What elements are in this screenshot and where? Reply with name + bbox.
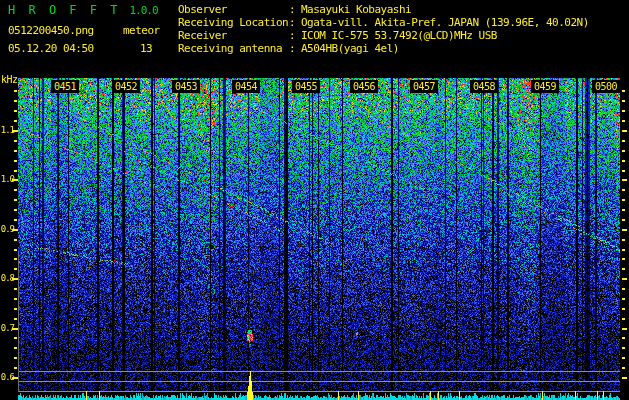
app-title: H R O F F T [8,3,120,17]
app-title-row: H R O F F T1.0.0 [8,3,158,17]
station-label: Receiving Location [178,16,289,29]
station-separator: : [289,42,301,55]
hrofft-screen: H R O F F T1.0.0 0512200450.png meteor 0… [0,0,629,400]
spectrogram-canvas [0,0,629,400]
observation-mode: meteor [123,24,160,37]
freq-label: 1.0 [0,174,14,184]
time-label: 0453 [172,80,200,93]
freq-unit-label: kHz [1,74,18,85]
station-label: Receiving antenna [178,42,289,55]
station-separator: : [289,16,301,29]
time-label: 0458 [470,80,498,93]
station-separator: : [289,3,301,16]
time-label: 0454 [232,80,260,93]
station-info-block: Observer:Masayuki KobayashiReceiving Loc… [178,3,589,55]
freq-label: 0.7 [0,323,14,333]
station-row: Receiving Location:Ogata-vill. Akita-Pre… [178,16,589,29]
time-label: 0459 [531,80,559,93]
station-value: A504HB(yagi 4el) [301,42,399,55]
station-label: Receiver [178,29,289,42]
app-version: 1.0.0 [129,4,157,17]
time-label: 0451 [51,80,79,93]
time-label: 0452 [112,80,140,93]
station-label: Observer [178,3,289,16]
time-label: 0500 [592,80,620,93]
station-value: Ogata-vill. Akita-Pref. JAPAN (139.96E, … [301,16,589,29]
freq-label: 1.1 [0,125,14,135]
station-value: ICOM IC-575 53.7492(@LCD)MHz USB [301,29,497,42]
station-separator: : [289,29,301,42]
freq-label: 0.9 [0,224,14,234]
time-label: 0455 [292,80,320,93]
station-row: Observer:Masayuki Kobayashi [178,3,589,16]
freq-label: 0.8 [0,273,14,283]
observation-datetime: 05.12.20 04:50 [8,42,94,55]
time-label: 0457 [410,80,438,93]
output-filename: 0512200450.png [8,24,94,37]
station-value: Masayuki Kobayashi [301,3,411,16]
freq-label: 0.6 [0,372,14,382]
time-label: 0456 [350,80,378,93]
station-row: Receiver:ICOM IC-575 53.7492(@LCD)MHz US… [178,29,589,42]
meteor-count: 13 [140,42,152,55]
station-row: Receiving antenna:A504HB(yagi 4el) [178,42,589,55]
